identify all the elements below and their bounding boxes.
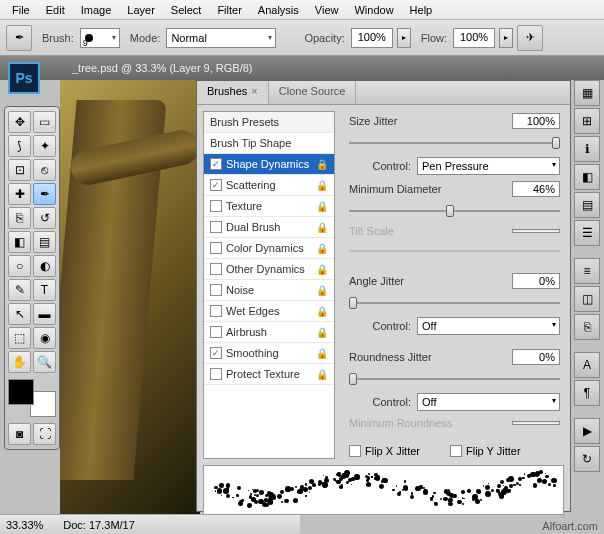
roundness-control-dropdown[interactable]: Off	[417, 393, 560, 411]
opacity-field[interactable]: 100%	[351, 28, 393, 48]
brush-tip-shape-button[interactable]: Brush Tip Shape	[204, 133, 334, 154]
brush-option-scattering[interactable]: ✓Scattering🔒	[204, 175, 334, 196]
3d-tool[interactable]: ⬚	[8, 327, 31, 349]
roundness-jitter-value[interactable]: 0%	[512, 349, 560, 365]
brush-preset-dropdown[interactable]: 9	[80, 28, 120, 48]
brush-option-protect-texture[interactable]: Protect Texture🔒	[204, 364, 334, 385]
opacity-flyout[interactable]: ▸	[397, 28, 411, 48]
brush-option-color-dynamics[interactable]: Color Dynamics🔒	[204, 238, 334, 259]
flow-field[interactable]: 100%	[453, 28, 495, 48]
brush-option-wet-edges[interactable]: Wet Edges🔒	[204, 301, 334, 322]
checkbox-icon[interactable]	[210, 284, 222, 296]
type-tool[interactable]: T	[33, 279, 56, 301]
brush-tool[interactable]: ✒	[33, 183, 56, 205]
flow-flyout[interactable]: ▸	[499, 28, 513, 48]
dock-styles-icon[interactable]: ☰	[574, 220, 600, 246]
healing-tool[interactable]: ✚	[8, 183, 31, 205]
pen-tool[interactable]: ✎	[8, 279, 31, 301]
checkbox-icon[interactable]	[210, 326, 222, 338]
angle-jitter-slider[interactable]	[349, 295, 560, 311]
brush-option-smoothing[interactable]: ✓Smoothing🔒	[204, 343, 334, 364]
size-jitter-slider[interactable]	[349, 135, 560, 151]
dock-color-icon[interactable]: ◧	[574, 164, 600, 190]
checkbox-icon[interactable]	[210, 242, 222, 254]
eyedropper-tool[interactable]: ⎋	[33, 159, 56, 181]
min-diameter-slider[interactable]	[349, 203, 560, 219]
canvas[interactable]	[60, 80, 200, 520]
marquee-tool[interactable]: ▭	[33, 111, 56, 133]
menu-window[interactable]: Window	[346, 2, 401, 18]
dock-navigator-icon[interactable]: ▦	[574, 80, 600, 106]
color-swatch[interactable]	[8, 379, 56, 417]
blur-tool[interactable]: ○	[8, 255, 31, 277]
dock-channels-icon[interactable]: ◫	[574, 286, 600, 312]
menu-layer[interactable]: Layer	[119, 2, 163, 18]
tab-clone-source[interactable]: Clone Source	[269, 81, 357, 104]
path-tool[interactable]: ↖	[8, 303, 31, 325]
stamp-tool[interactable]: ⎘	[8, 207, 31, 229]
hand-tool[interactable]: ✋	[8, 351, 31, 373]
dock-histogram-icon[interactable]: ⊞	[574, 108, 600, 134]
dock-info-icon[interactable]: ℹ	[574, 136, 600, 162]
history-brush-tool[interactable]: ↺	[33, 207, 56, 229]
brush-presets-button[interactable]: Brush Presets	[204, 112, 334, 133]
size-control-dropdown[interactable]: Pen Pressure	[417, 157, 560, 175]
roundness-jitter-slider[interactable]	[349, 371, 560, 387]
dock-actions-icon[interactable]: ▶	[574, 418, 600, 444]
brush-option-texture[interactable]: Texture🔒	[204, 196, 334, 217]
screen-mode-toggle[interactable]: ⛶	[33, 423, 56, 445]
mode-dropdown[interactable]: Normal	[166, 28, 276, 48]
brush-option-other-dynamics[interactable]: Other Dynamics🔒	[204, 259, 334, 280]
document-tab[interactable]: _tree.psd @ 33.3% (Layer 9, RGB/8)	[0, 56, 604, 80]
min-diameter-value[interactable]: 46%	[512, 181, 560, 197]
angle-control-dropdown[interactable]: Off	[417, 317, 560, 335]
dock-swatches-icon[interactable]: ▤	[574, 192, 600, 218]
lasso-tool[interactable]: ⟆	[8, 135, 31, 157]
quick-select-tool[interactable]: ✦	[33, 135, 56, 157]
checkbox-icon[interactable]	[210, 263, 222, 275]
menu-edit[interactable]: Edit	[38, 2, 73, 18]
tool-preset-picker[interactable]: ✒	[6, 25, 32, 51]
checkbox-icon[interactable]	[210, 200, 222, 212]
checkbox-icon[interactable]: ✓	[210, 179, 222, 191]
brush-option-noise[interactable]: Noise🔒	[204, 280, 334, 301]
close-icon[interactable]: ×	[251, 85, 257, 97]
menu-filter[interactable]: Filter	[209, 2, 249, 18]
dock-character-icon[interactable]: A	[574, 352, 600, 378]
checkbox-icon[interactable]	[210, 368, 222, 380]
brush-option-dual-brush[interactable]: Dual Brush🔒	[204, 217, 334, 238]
flip-x-checkbox[interactable]: Flip X Jitter	[349, 445, 420, 457]
tab-brushes[interactable]: Brushes×	[197, 81, 269, 104]
angle-jitter-value[interactable]: 0%	[512, 273, 560, 289]
checkbox-icon[interactable]	[210, 305, 222, 317]
eraser-tool[interactable]: ◧	[8, 231, 31, 253]
move-tool[interactable]: ✥	[8, 111, 31, 133]
gradient-tool[interactable]: ▤	[33, 231, 56, 253]
brush-option-airbrush[interactable]: Airbrush🔒	[204, 322, 334, 343]
menu-view[interactable]: View	[307, 2, 347, 18]
airbrush-toggle[interactable]: ✈	[517, 25, 543, 51]
menu-select[interactable]: Select	[163, 2, 210, 18]
menu-image[interactable]: Image	[73, 2, 120, 18]
zoom-tool[interactable]: 🔍	[33, 351, 56, 373]
checkbox-icon[interactable]	[210, 221, 222, 233]
menu-help[interactable]: Help	[402, 2, 441, 18]
checkbox-icon[interactable]: ✓	[210, 347, 222, 359]
zoom-level[interactable]: 33.33%	[6, 519, 43, 531]
dodge-tool[interactable]: ◐	[33, 255, 56, 277]
crop-tool[interactable]: ⊡	[8, 159, 31, 181]
flip-y-checkbox[interactable]: Flip Y Jitter	[450, 445, 521, 457]
3d-camera-tool[interactable]: ◉	[33, 327, 56, 349]
dock-layers-icon[interactable]: ≡	[574, 258, 600, 284]
dock-paths-icon[interactable]: ⎘	[574, 314, 600, 340]
checkbox-icon[interactable]: ✓	[210, 158, 222, 170]
dock-history-icon[interactable]: ↻	[574, 446, 600, 472]
size-jitter-value[interactable]: 100%	[512, 113, 560, 129]
foreground-color[interactable]	[8, 379, 34, 405]
quick-mask-toggle[interactable]: ◙	[8, 423, 31, 445]
shape-tool[interactable]: ▬	[33, 303, 56, 325]
menu-analysis[interactable]: Analysis	[250, 2, 307, 18]
dock-paragraph-icon[interactable]: ¶	[574, 380, 600, 406]
brush-option-shape-dynamics[interactable]: ✓Shape Dynamics🔒	[204, 154, 334, 175]
menu-file[interactable]: File	[4, 2, 38, 18]
